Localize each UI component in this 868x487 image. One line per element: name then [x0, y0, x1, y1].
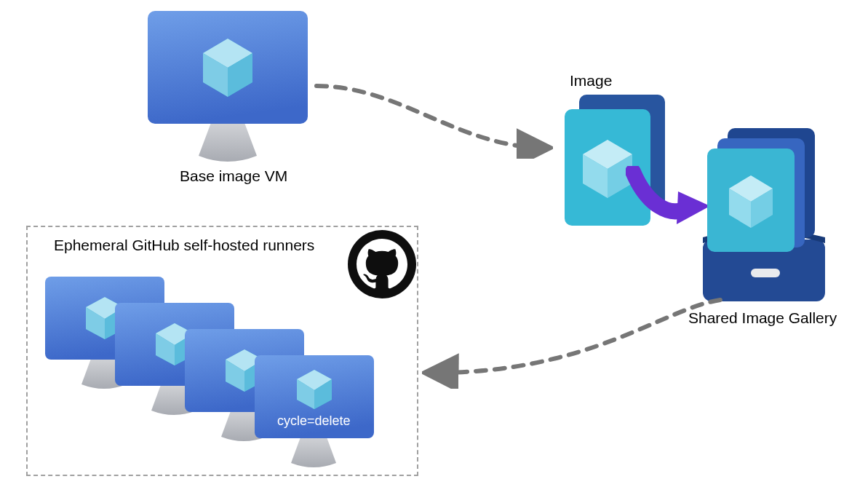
image-label: Image	[570, 72, 612, 90]
ephemeral-runners-title: Ephemeral GitHub self-hosted runners	[54, 237, 314, 254]
runner-monitors-icon	[41, 274, 397, 472]
shared-image-gallery-icon	[696, 127, 834, 307]
base-vm-label: Base image VM	[180, 167, 287, 185]
svg-rect-12	[751, 269, 780, 277]
diagram-canvas: Base image VM Image	[0, 0, 868, 487]
arrow-gallery-to-runners	[422, 294, 728, 389]
arrow-base-to-image	[313, 79, 553, 159]
runner-overlay-text: cycle=delete	[277, 413, 351, 429]
base-vm-monitor-icon	[142, 8, 316, 165]
